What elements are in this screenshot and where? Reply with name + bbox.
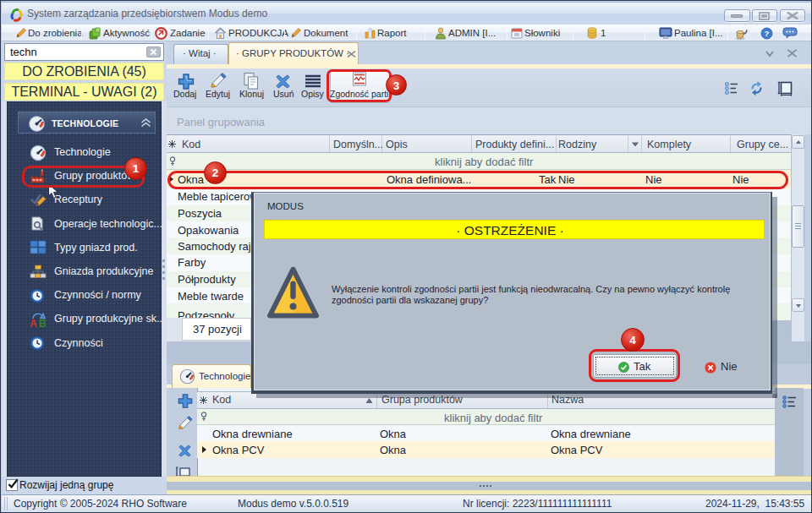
svg-text:B: B [39, 318, 47, 328]
svg-text:A: A [30, 318, 37, 328]
svg-text:?: ? [765, 29, 770, 38]
